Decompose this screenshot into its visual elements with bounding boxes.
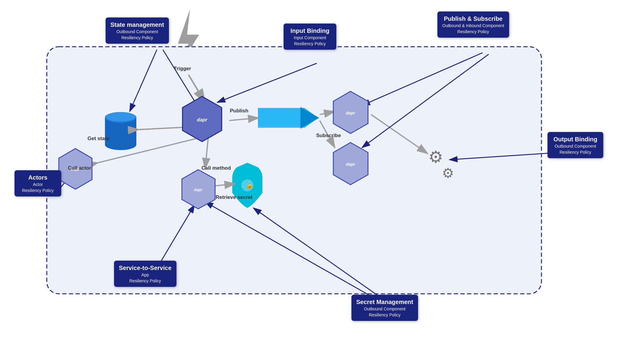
s2s-to-hex <box>157 205 195 268</box>
svg-text:dapr: dapr <box>346 111 356 115</box>
secret-hex: dapr <box>179 168 217 210</box>
output-binding-label: Output Binding Outbound ComponentResilie… <box>547 132 603 158</box>
msg-block-3 <box>290 111 302 124</box>
lightning-bolt <box>175 9 199 74</box>
msg-queue-arrow <box>258 108 318 128</box>
db-highlight <box>106 112 136 122</box>
ib-to-center <box>217 63 317 102</box>
gear-small: ⚙ <box>442 165 454 181</box>
center-app-hex: dapr <box>179 95 225 143</box>
db-body <box>105 118 136 145</box>
publish-subscribe-label: Publish & Subscribe Outbound & Inbound C… <box>437 11 509 38</box>
subscribe-hex-2: dapr <box>330 141 371 186</box>
ob-to-gears <box>449 152 564 160</box>
ps-to-subscribe2 <box>362 54 489 148</box>
db-bottom <box>105 139 136 150</box>
gear-large: ⚙ <box>428 148 443 166</box>
service-to-service-label: Service-to-Service AppResiliency Policy <box>114 261 176 287</box>
diagram-container: 🔒 ⚙ ⚙ <box>0 0 644 361</box>
secmgmt-to-shield <box>253 208 386 301</box>
arrows-svg: 🔒 ⚙ ⚙ <box>0 0 644 361</box>
msg-queue-body <box>258 109 300 126</box>
subscribe-hex-1: dapr <box>330 90 371 135</box>
subscribe-label: Subscribe <box>316 133 341 139</box>
main-box <box>47 47 541 294</box>
retrieve-secret-label: Retrieve secret <box>216 194 252 200</box>
get-state-label: Get state <box>87 136 109 142</box>
publish-arrow <box>229 118 259 121</box>
call-actor-label: Call actor <box>68 165 91 171</box>
input-binding-label: Input Binding Input ComponentResiliency … <box>284 24 336 50</box>
secmgmt-to-hex <box>205 202 380 301</box>
call-method-label: Call method <box>201 165 231 171</box>
state-management-label: State management Outbound ComponentResil… <box>106 17 169 44</box>
output-binding-arrow <box>371 115 428 154</box>
svg-text:dapr: dapr <box>197 117 208 122</box>
actors-label: Actors ActorResiliency Policy <box>14 170 61 196</box>
ps-to-subscribe <box>362 53 483 105</box>
msg-block-2 <box>274 111 287 124</box>
sm-to-cylinder <box>130 50 157 111</box>
secret-management-label: Secret Management Outbound ComponentResi… <box>351 295 418 321</box>
db-top <box>105 112 136 123</box>
publish-label: Publish <box>230 108 248 114</box>
trigger-label: Trigger <box>174 66 191 72</box>
shield-shape <box>232 163 262 208</box>
svg-text:dapr: dapr <box>346 162 356 167</box>
msg-block-1 <box>259 111 272 124</box>
shield-lock: 🔒 <box>246 181 254 189</box>
svg-text:dapr: dapr <box>194 187 203 192</box>
msg-queue-tip <box>300 107 319 129</box>
shield-circle <box>241 179 253 191</box>
db-top-light <box>105 112 136 123</box>
